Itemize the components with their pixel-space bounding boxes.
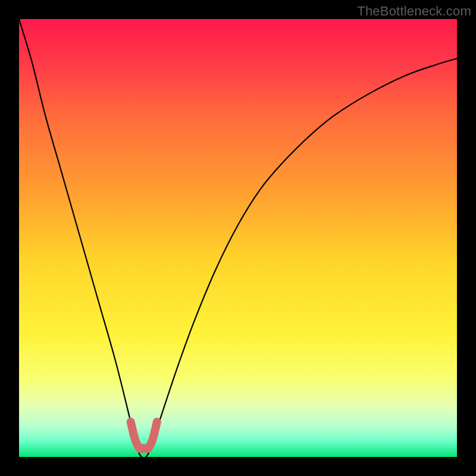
watermark-text: TheBottleneck.com xyxy=(357,4,471,19)
gradient-background xyxy=(19,19,457,457)
plot-area xyxy=(19,19,457,457)
chart-frame: TheBottleneck.com xyxy=(0,0,476,476)
chart-svg xyxy=(19,19,457,457)
